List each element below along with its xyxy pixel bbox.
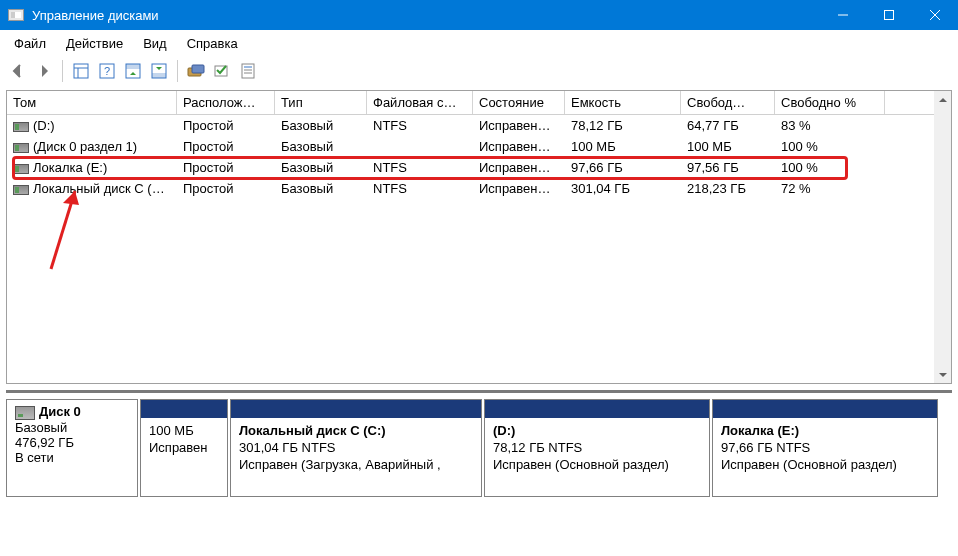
disk-info[interactable]: Диск 0 Базовый 476,92 ГБ В сети xyxy=(6,399,138,497)
partition-title: Локалка (E:) xyxy=(721,423,799,438)
disk-label: Диск 0 xyxy=(39,404,81,419)
view-bottom-button[interactable] xyxy=(147,59,171,83)
partition[interactable]: Локалка (E:)97,66 ГБ NTFSИсправен (Основ… xyxy=(712,399,938,497)
disk-size: 476,92 ГБ xyxy=(15,435,129,450)
col-type[interactable]: Тип xyxy=(275,91,367,114)
app-icon xyxy=(8,9,24,21)
volume-capacity: 78,12 ГБ xyxy=(565,118,681,133)
svg-rect-16 xyxy=(242,64,254,78)
svg-rect-12 xyxy=(152,73,166,78)
svg-rect-4 xyxy=(74,64,88,78)
menu-help[interactable]: Справка xyxy=(177,33,248,54)
volume-name: Локалка (E:) xyxy=(33,160,107,175)
scroll-up-button[interactable] xyxy=(934,91,951,108)
volume-icon xyxy=(13,164,29,174)
col-free[interactable]: Свобод… xyxy=(681,91,775,114)
partition-status: Исправен (Загрузка, Аварийный , xyxy=(239,457,441,472)
toolbar: ? xyxy=(0,56,958,86)
col-volume[interactable]: Том xyxy=(7,91,177,114)
partition-title: (D:) xyxy=(493,423,515,438)
volume-name: Локальный диск C (… xyxy=(33,181,165,196)
col-layout[interactable]: Располож… xyxy=(177,91,275,114)
titlebar: Управление дисками xyxy=(0,0,958,30)
partition[interactable]: 100 МБИсправен xyxy=(140,399,228,497)
col-freepct[interactable]: Свободно % xyxy=(775,91,885,114)
scroll-down-button[interactable] xyxy=(934,366,951,383)
partition-size: 78,12 ГБ NTFS xyxy=(493,440,582,455)
partition-status: Исправен xyxy=(149,440,208,455)
show-hide-tree-button[interactable] xyxy=(69,59,93,83)
volume-free: 97,56 ГБ xyxy=(681,160,775,175)
window-controls xyxy=(820,0,958,30)
minimize-button[interactable] xyxy=(820,0,866,30)
settings-button[interactable] xyxy=(184,59,208,83)
partition[interactable]: Локальный диск C (C:)301,04 ГБ NTFSИспра… xyxy=(230,399,482,497)
view-top-button[interactable] xyxy=(121,59,145,83)
volume-list-header: Том Располож… Тип Файловая с… Состояние … xyxy=(7,91,951,115)
scroll-track[interactable] xyxy=(934,108,951,366)
disk-graphical-view: Диск 0 Базовый 476,92 ГБ В сети 100 МБИс… xyxy=(6,390,952,497)
menu-file[interactable]: Файл xyxy=(4,33,56,54)
forward-button[interactable] xyxy=(32,59,56,83)
volume-free: 218,23 ГБ xyxy=(681,181,775,196)
partition-status: Исправен (Основной раздел) xyxy=(721,457,897,472)
disk-status: В сети xyxy=(15,450,129,465)
col-status[interactable]: Состояние xyxy=(473,91,565,114)
volume-free: 64,77 ГБ xyxy=(681,118,775,133)
menubar: Файл Действие Вид Справка xyxy=(0,30,958,56)
help-button[interactable]: ? xyxy=(95,59,119,83)
disk-row: Диск 0 Базовый 476,92 ГБ В сети 100 МБИс… xyxy=(6,399,952,497)
menu-view[interactable]: Вид xyxy=(133,33,177,54)
partition-status: Исправен (Основной раздел) xyxy=(493,457,669,472)
volume-status: Исправен… xyxy=(473,139,565,154)
volume-fs: NTFS xyxy=(367,118,473,133)
volume-freepct: 83 % xyxy=(775,118,885,133)
partition-size: 97,66 ГБ NTFS xyxy=(721,440,810,455)
partition-color-bar xyxy=(231,400,481,418)
svg-rect-1 xyxy=(885,11,894,20)
volume-layout: Простой xyxy=(177,118,275,133)
svg-rect-14 xyxy=(192,65,204,73)
volume-name: (Диск 0 раздел 1) xyxy=(33,139,137,154)
volume-status: Исправен… xyxy=(473,181,565,196)
col-fs[interactable]: Файловая с… xyxy=(367,91,473,114)
volume-layout: Простой xyxy=(177,181,275,196)
volume-row[interactable]: Локалка (E:)ПростойБазовыйNTFSИсправен…9… xyxy=(7,157,951,178)
volume-row[interactable]: (Диск 0 раздел 1)ПростойБазовыйИсправен…… xyxy=(7,136,951,157)
volume-row[interactable]: (D:)ПростойБазовыйNTFSИсправен…78,12 ГБ6… xyxy=(7,115,951,136)
svg-line-20 xyxy=(51,191,75,269)
partition-color-bar xyxy=(485,400,709,418)
window-title: Управление дисками xyxy=(32,8,820,23)
volume-icon xyxy=(13,185,29,195)
partition-size: 301,04 ГБ NTFS xyxy=(239,440,336,455)
volume-type: Базовый xyxy=(275,118,367,133)
volume-type: Базовый xyxy=(275,139,367,154)
disk-type: Базовый xyxy=(15,420,129,435)
back-button[interactable] xyxy=(6,59,30,83)
volume-icon xyxy=(13,143,29,153)
volume-freepct: 100 % xyxy=(775,139,885,154)
svg-rect-10 xyxy=(126,64,140,69)
volume-row[interactable]: Локальный диск C (…ПростойБазовыйNTFSИсп… xyxy=(7,178,951,199)
refresh-button[interactable] xyxy=(210,59,234,83)
volume-freepct: 72 % xyxy=(775,181,885,196)
properties-button[interactable] xyxy=(236,59,260,83)
close-button[interactable] xyxy=(912,0,958,30)
col-capacity[interactable]: Емкость xyxy=(565,91,681,114)
volume-fs: NTFS xyxy=(367,160,473,175)
vertical-scrollbar[interactable] xyxy=(934,91,951,383)
volume-capacity: 301,04 ГБ xyxy=(565,181,681,196)
volume-capacity: 100 МБ xyxy=(565,139,681,154)
volume-capacity: 97,66 ГБ xyxy=(565,160,681,175)
volume-name: (D:) xyxy=(33,118,55,133)
volume-status: Исправен… xyxy=(473,160,565,175)
partition[interactable]: (D:)78,12 ГБ NTFSИсправен (Основной разд… xyxy=(484,399,710,497)
volume-list: Том Располож… Тип Файловая с… Состояние … xyxy=(6,90,952,384)
maximize-button[interactable] xyxy=(866,0,912,30)
volume-icon xyxy=(13,122,29,132)
volume-type: Базовый xyxy=(275,181,367,196)
partition-color-bar xyxy=(713,400,937,418)
menu-action[interactable]: Действие xyxy=(56,33,133,54)
volume-freepct: 100 % xyxy=(775,160,885,175)
partition-size: 100 МБ xyxy=(149,423,194,438)
